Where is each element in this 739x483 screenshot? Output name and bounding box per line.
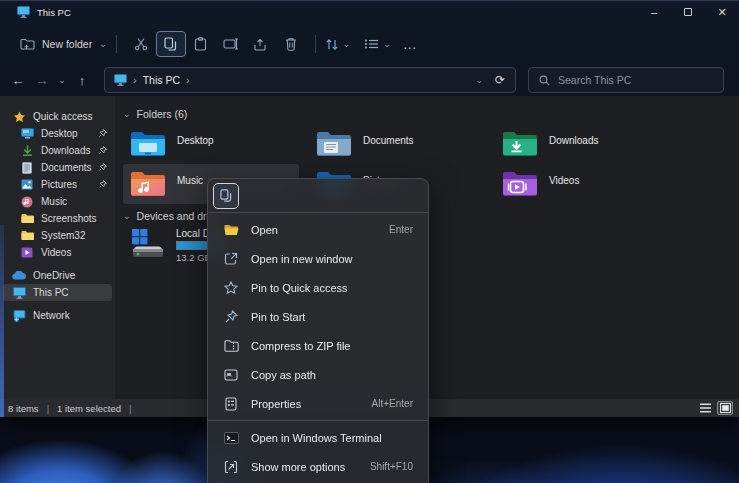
view-options-button[interactable]: ⌄ [364,38,391,50]
folder-tile-documents[interactable]: Documents [309,124,495,164]
sidebar-item-system32[interactable]: System32 [0,227,115,244]
menu-item-show-more-options[interactable]: Show more options Shift+F10 [212,452,424,481]
menu-item-label: Pin to Start [251,311,305,323]
local-disk-icon [130,228,166,262]
folder-label: Downloads [549,135,598,146]
folder-tile-downloads[interactable]: Downloads [495,124,681,164]
back-button[interactable]: ← [6,73,30,88]
maximize-icon [684,8,692,16]
maximize-button[interactable] [671,0,705,24]
search-icon [539,75,550,86]
copy-icon [220,189,232,202]
zip-folder-icon [223,338,239,354]
close-button[interactable]: ✕ [705,0,739,24]
new-folder-button[interactable]: New folder ⌄ [20,38,107,51]
sidebar-item-label: Videos [41,247,71,258]
star-outline-icon [223,280,239,296]
forward-button[interactable]: → [30,73,54,88]
sidebar-item-label: OneDrive [33,270,75,281]
details-view-button[interactable] [697,401,713,415]
delete-button[interactable] [276,31,306,57]
sidebar-item-documents[interactable]: Documents [0,159,115,176]
sidebar-item-label: Pictures [41,179,77,190]
cut-button[interactable] [126,31,156,57]
sidebar-item-downloads[interactable]: Downloads [0,142,115,159]
recent-locations-button[interactable]: ⌄ [54,75,70,85]
address-bar[interactable]: › This PC › ⌄ ⟳ [104,67,516,93]
breadcrumb-this-pc[interactable]: This PC [143,74,180,86]
folders-section-header[interactable]: ⌄ Folders (6) [123,106,739,122]
titlebar: This PC – ✕ [0,0,739,24]
address-dropdown-chevron[interactable]: ⌄ [475,75,483,85]
sidebar-item-network[interactable]: Network [0,307,115,324]
sidebar-item-label: System32 [41,230,85,241]
menu-item-copy-as-path[interactable]: Copy as path [212,360,424,389]
sidebar-item-this-pc[interactable]: This PC [3,284,112,301]
minimize-button[interactable]: – [637,0,671,24]
toolbar-divider [315,35,316,53]
breadcrumb-separator: › [133,74,137,86]
up-button[interactable]: ↑ [70,73,94,88]
sidebar-item-music[interactable]: Music [0,193,115,210]
sidebar-item-label: Documents [41,162,92,173]
sidebar-item-label: Screenshots [41,213,97,224]
sort-icon [325,38,339,51]
rename-icon [223,38,239,50]
menu-item-pin-to-quick-access[interactable]: Pin to Quick access [212,273,424,302]
chevron-down-icon: ⌄ [343,39,351,49]
sidebar-item-label: Network [33,310,70,321]
refresh-button[interactable]: ⟳ [495,73,505,87]
folder-label: Documents [363,135,414,146]
scissors-icon [134,37,148,51]
status-separator: | [129,403,131,414]
chevron-down-icon: ⌄ [123,211,131,221]
network-icon [12,309,26,322]
sidebar-item-desktop[interactable]: Desktop [0,125,115,142]
search-box[interactable] [528,67,724,93]
folder-tile-videos[interactable]: Videos [495,164,681,204]
menu-item-label: Pin to Quick access [251,282,348,294]
menu-separator [208,420,428,421]
open-folder-icon [223,222,239,238]
menu-item-open-in-windows-terminal[interactable]: Open in Windows Terminal [212,423,424,452]
trash-icon [285,37,297,51]
pin-icon [223,309,239,325]
sidebar-item-label: Music [41,196,67,207]
open-new-window-icon [223,251,239,267]
new-folder-label: New folder [42,38,92,50]
music-note-icon [20,195,34,208]
download-arrow-icon [20,144,34,157]
search-input[interactable] [558,74,708,86]
menu-item-pin-to-start[interactable]: Pin to Start [212,302,424,331]
command-bar: New folder ⌄ [0,26,739,62]
context-menu-quick-actions [208,179,428,213]
folder-tile-desktop[interactable]: Desktop [123,124,309,164]
pin-icon [99,128,107,139]
share-button[interactable] [246,31,276,57]
menu-item-properties[interactable]: Properties Alt+Enter [212,389,424,418]
sort-button[interactable]: ⌄ [325,38,351,51]
folder-label: Desktop [177,135,214,146]
sidebar-item-screenshots[interactable]: Screenshots [0,210,115,227]
sidebar-item-pictures[interactable]: Pictures [0,176,115,193]
thumbnail-view-button[interactable] [717,401,733,415]
menu-item-compress-to-zip[interactable]: Compress to ZIP file [212,331,424,360]
rename-button[interactable] [216,31,246,57]
show-more-icon [223,459,239,475]
paste-button[interactable] [186,31,216,57]
star-icon [12,110,26,123]
desktop-folder-icon [130,130,166,158]
menu-item-open-in-new-window[interactable]: Open in new window [212,244,424,273]
menu-item-open[interactable]: Open Enter [212,215,424,244]
onedrive-cloud-icon [12,269,26,282]
status-separator: | [47,403,49,414]
copy-button[interactable] [156,31,186,57]
sidebar-item-quick-access[interactable]: Quick access [0,108,115,125]
quick-copy-button[interactable] [213,183,239,209]
sidebar-item-onedrive[interactable]: OneDrive [0,267,115,284]
sidebar-item-videos[interactable]: Videos [0,244,115,261]
breadcrumb-separator[interactable]: › [186,74,190,86]
context-menu-list: Open Enter Open in new window Pin to Qui… [208,213,428,483]
see-more-button[interactable]: … [403,36,418,52]
desktop-screen: This PC – ✕ New folder ⌄ [0,0,739,483]
